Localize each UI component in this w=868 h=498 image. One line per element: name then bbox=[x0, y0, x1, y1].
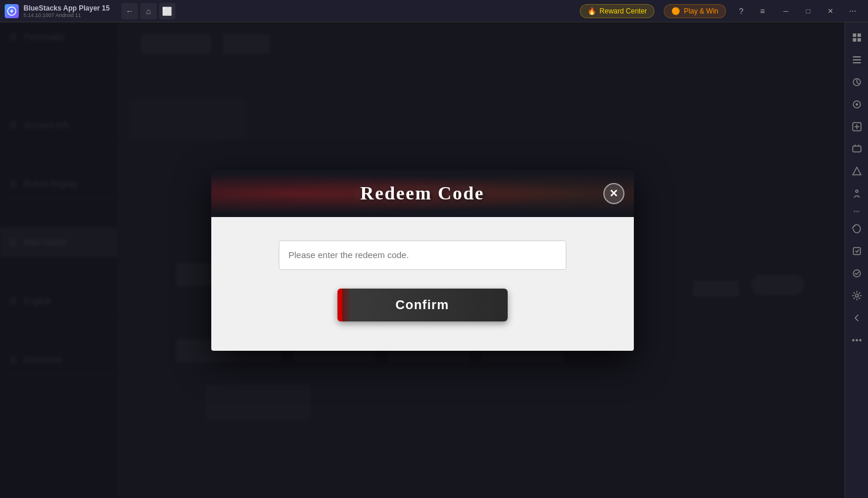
sidebar-icon-btn-7[interactable] bbox=[846, 161, 867, 182]
more-button[interactable]: ⋯ bbox=[842, 3, 863, 19]
minimize-button[interactable]: ─ bbox=[775, 3, 796, 19]
svg-rect-5 bbox=[853, 56, 861, 57]
svg-rect-7 bbox=[853, 62, 861, 63]
reward-fire-icon: 🔥 bbox=[587, 7, 596, 15]
reward-center-button[interactable]: 🔥 Reward Center bbox=[580, 4, 655, 18]
modal-overlay: Redeem Code ✕ Confirm bbox=[0, 22, 845, 498]
modal-close-button[interactable]: ✕ bbox=[603, 183, 624, 204]
sidebar-icon-btn-3[interactable] bbox=[846, 72, 867, 93]
play-win-label: Play & Win bbox=[684, 7, 718, 15]
svg-rect-12 bbox=[853, 146, 861, 152]
main-content: ☰ Personality ☰ Account Info ☰ Button Re… bbox=[0, 22, 845, 498]
sidebar-icon-btn-10[interactable] bbox=[846, 240, 867, 262]
home-button[interactable]: ⌂ bbox=[140, 3, 157, 19]
reward-center-label: Reward Center bbox=[600, 7, 647, 15]
titlebar: BlueStacks App Player 15 5.14.10.1007 An… bbox=[0, 0, 868, 22]
redeem-code-input[interactable] bbox=[279, 240, 566, 270]
sidebar-icon-btn-5[interactable] bbox=[846, 116, 867, 137]
maximize-button[interactable]: □ bbox=[798, 3, 819, 19]
modal-title: Redeem Code bbox=[360, 182, 484, 204]
modal-body: Confirm bbox=[211, 217, 634, 351]
redeem-code-modal: Redeem Code ✕ Confirm bbox=[211, 170, 634, 351]
confirm-button[interactable]: Confirm bbox=[337, 289, 508, 321]
sidebar-icon-btn-9[interactable] bbox=[846, 218, 867, 239]
app-title: BlueStacks App Player 15 bbox=[23, 4, 110, 12]
sidebar-icon-btn-2[interactable] bbox=[846, 49, 867, 70]
app-subtitle: 5.14.10.1007 Android 11 bbox=[23, 12, 110, 18]
window-controls: ─ □ ✕ ⋯ bbox=[775, 3, 863, 19]
menu-button[interactable]: ≡ bbox=[754, 3, 771, 19]
titlebar-right: ? ≡ bbox=[733, 3, 771, 19]
sidebar-icon-btn-1[interactable] bbox=[846, 27, 867, 48]
titlebar-nav: ← ⌂ ⬜ bbox=[121, 3, 175, 19]
confirm-label: Confirm bbox=[396, 297, 449, 313]
play-win-icon: 🟠 bbox=[671, 7, 680, 15]
sidebar-icon-btn-8[interactable] bbox=[846, 183, 867, 204]
play-win-button[interactable]: 🟠 Play & Win bbox=[664, 4, 726, 18]
help-button[interactable]: ? bbox=[733, 3, 749, 19]
titlebar-center: 🔥 Reward Center 🟠 Play & Win bbox=[580, 4, 726, 18]
app-logo bbox=[5, 4, 19, 18]
right-sidebar: ••• bbox=[845, 22, 868, 498]
app-title-group: BlueStacks App Player 15 5.14.10.1007 An… bbox=[23, 4, 110, 18]
sidebar-icon-btn-6[interactable] bbox=[846, 138, 867, 160]
svg-point-10 bbox=[856, 103, 858, 106]
svg-point-13 bbox=[856, 190, 858, 192]
sidebar-icon-btn-11[interactable] bbox=[846, 263, 867, 284]
sidebar-icon-btn-14[interactable] bbox=[846, 330, 867, 351]
svg-rect-14 bbox=[853, 248, 860, 255]
svg-point-18 bbox=[852, 339, 855, 341]
settings-button[interactable] bbox=[846, 285, 867, 306]
sidebar-icon-btn-4[interactable] bbox=[846, 94, 867, 115]
sidebar-more-icon: ••• bbox=[846, 205, 867, 217]
back-arrow-button[interactable] bbox=[846, 307, 867, 328]
svg-rect-2 bbox=[857, 33, 861, 37]
tabs-button[interactable]: ⬜ bbox=[159, 3, 175, 19]
close-button[interactable]: ✕ bbox=[820, 3, 841, 19]
titlebar-left: BlueStacks App Player 15 5.14.10.1007 An… bbox=[5, 3, 580, 19]
svg-rect-6 bbox=[853, 59, 861, 60]
svg-point-19 bbox=[859, 339, 862, 341]
svg-rect-1 bbox=[853, 33, 856, 37]
svg-rect-3 bbox=[853, 38, 856, 42]
svg-rect-4 bbox=[857, 38, 861, 42]
back-button[interactable]: ← bbox=[121, 3, 138, 19]
svg-point-16 bbox=[855, 294, 858, 297]
svg-point-17 bbox=[856, 339, 858, 341]
modal-header: Redeem Code ✕ bbox=[211, 170, 634, 217]
